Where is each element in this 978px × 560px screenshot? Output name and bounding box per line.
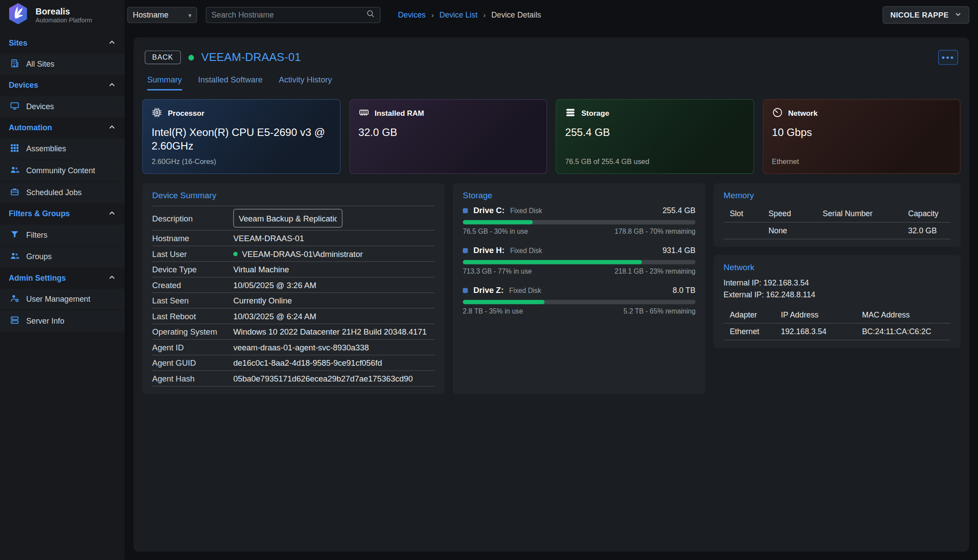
online-status-dot [233, 252, 238, 256]
cell-ip: 192.168.3.54 [781, 327, 862, 336]
drive-type: Fixed Disk [510, 246, 542, 254]
drive-row: Drive C: Fixed Disk 255.4 GB 76.5 GB - 3… [463, 206, 695, 235]
drive-bullet-icon [463, 288, 468, 292]
brand[interactable]: Borealis Automation Platform [0, 0, 125, 30]
user-menu-button[interactable]: NICOLE RAPPE [883, 6, 969, 24]
sidebar-section-sites[interactable]: Sites [0, 32, 125, 54]
drive-row: Drive H: Fixed Disk 931.4 GB 713.3 GB - … [463, 246, 695, 275]
breadcrumb-separator: › [483, 11, 486, 19]
back-button[interactable]: BACK [145, 50, 181, 64]
field-label: Agent Hash [152, 374, 233, 383]
storage-card: Storage 255.4 GB 76.5 GB of 255.4 GB use… [556, 99, 754, 174]
card-footer: 76.5 GB of 255.4 GB used [565, 158, 745, 166]
chevron-up-icon [108, 80, 116, 90]
item-label: User Management [26, 295, 90, 303]
people-icon [10, 251, 19, 263]
drive-usage-bar [463, 260, 695, 264]
breadcrumb-device-list[interactable]: Device List [439, 11, 477, 19]
device-summary-panel: Device Summary Description Hostname VEEA… [142, 183, 444, 394]
cell-mac: BC:24:11:CA:C6:2C [862, 327, 951, 336]
server-icon [10, 315, 19, 327]
people-icon [10, 165, 19, 177]
table-row: Agent ID veeam-draas-01-agent-svc-8930a3… [152, 340, 435, 356]
sidebar-item-filters[interactable]: Filters [0, 225, 125, 246]
sidebar-item-all-sites[interactable]: All Sites [0, 54, 125, 75]
drive-size: 8.0 TB [673, 286, 695, 295]
stat-cards: Processor Intel(R) Xeon(R) CPU E5-2690 v… [142, 99, 960, 174]
card-title: Installed RAM [375, 109, 424, 118]
tabs: Summary Installed Software Activity Hist… [142, 75, 960, 91]
field-value: Windows 10 2022 Datacenter 21H2 Build 20… [233, 327, 427, 336]
user-name: NICOLE RAPPE [890, 11, 949, 19]
drive-remaining: 178.8 GB - 70% remaining [615, 228, 695, 235]
breadcrumb-separator: › [431, 11, 434, 19]
drive-bullet-icon [463, 208, 468, 213]
building-icon [10, 59, 19, 70]
dropdown-value: Hostname [133, 11, 168, 19]
table-row: None 32.0 GB [724, 223, 950, 239]
column-header: Speed [768, 210, 823, 218]
table-header: Adapter IP Address MAC Address [724, 307, 950, 323]
item-label: Assemblies [26, 145, 66, 153]
panel-title: Network [724, 262, 950, 271]
section-label: Devices [9, 81, 38, 90]
sidebar-item-devices[interactable]: Devices [0, 96, 125, 117]
sidebar-item-scheduled-jobs[interactable]: Scheduled Jobs [0, 182, 125, 203]
drive-size: 931.4 GB [663, 246, 695, 255]
ram-icon [358, 107, 369, 120]
item-label: All Sites [26, 60, 54, 68]
drive-used: 713.3 GB - 77% in use [463, 268, 532, 275]
drive-usage-bar [463, 300, 695, 304]
tab-installed-software[interactable]: Installed Software [198, 75, 263, 91]
field-value: VEEAM-DRAAS-01\Administrator [242, 249, 363, 258]
field-value: 10/05/2025 @ 3:26 AM [233, 280, 316, 289]
sidebar-item-assemblies[interactable]: Assemblies [0, 139, 125, 160]
table-row: Operating System Windows 10 2022 Datacen… [152, 324, 435, 340]
sidebar-item-groups[interactable]: Groups [0, 246, 125, 268]
card-value: 32.0 GB [358, 126, 533, 139]
user-gear-icon [10, 294, 19, 305]
cell-adapter: Ethernet [730, 327, 781, 336]
internal-ip: Internal IP: 192.168.3.54 [724, 278, 950, 290]
item-label: Groups [26, 253, 52, 261]
drive-type: Fixed Disk [510, 207, 542, 214]
online-status-dot [188, 54, 194, 60]
drive-name: Drive Z: [473, 285, 504, 295]
item-label: Filters [26, 231, 47, 239]
sidebar-section-admin-settings[interactable]: Admin Settings [0, 268, 125, 289]
field-label: Created [152, 280, 233, 289]
more-actions-button[interactable]: ●●● [938, 50, 958, 65]
sidebar-section-devices[interactable]: Devices [0, 75, 125, 96]
breadcrumb-devices[interactable]: Devices [398, 11, 426, 19]
drive-name: Drive H: [473, 246, 505, 255]
search-input[interactable] [211, 11, 366, 19]
breadcrumb-current: Device Details [491, 11, 541, 19]
table-row: Last Seen Currently Online [152, 293, 435, 309]
item-label: Scheduled Jobs [26, 188, 82, 197]
tab-summary[interactable]: Summary [147, 75, 182, 91]
card-footer: 2.60GHz (16-Cores) [151, 158, 331, 166]
card-value: 255.4 GB [565, 126, 740, 139]
breadcrumb: Devices › Device List › Device Details [398, 11, 541, 19]
briefcase-icon [10, 187, 19, 198]
drive-name: Drive C: [473, 206, 505, 215]
sidebar-item-community-content[interactable]: Community Content [0, 160, 125, 181]
field-value: 05ba0e7935171d626ecea29b27d7ae175363cd90 [233, 374, 413, 383]
tab-activity-history[interactable]: Activity History [279, 75, 332, 91]
table-row: Last Reboot 10/03/2025 @ 6:24 AM [152, 309, 435, 325]
caret-down-icon: ▾ [188, 11, 191, 18]
brand-subtitle: Automation Platform [36, 17, 92, 24]
sidebar-section-filters-groups[interactable]: Filters & Groups [0, 203, 125, 224]
storage-panel: Storage Drive C: Fixed Disk 255.4 GB 76.… [453, 183, 706, 394]
sidebar-section-automation[interactable]: Automation [0, 117, 125, 138]
item-label: Community Content [26, 167, 95, 175]
description-input[interactable] [233, 209, 343, 228]
sidebar-item-server-info[interactable]: Server Info [0, 310, 125, 332]
column-header: Adapter [730, 310, 781, 319]
device-summary-table: Description Hostname VEEAM-DRAAS-01 Last… [152, 206, 435, 386]
sidebar-item-user-management[interactable]: User Management [0, 289, 125, 310]
hostname-filter-dropdown[interactable]: Hostname ▾ [127, 7, 197, 23]
field-label: Device Type [152, 264, 233, 274]
field-label: Agent GUID [152, 358, 233, 367]
item-label: Server Info [26, 317, 64, 325]
